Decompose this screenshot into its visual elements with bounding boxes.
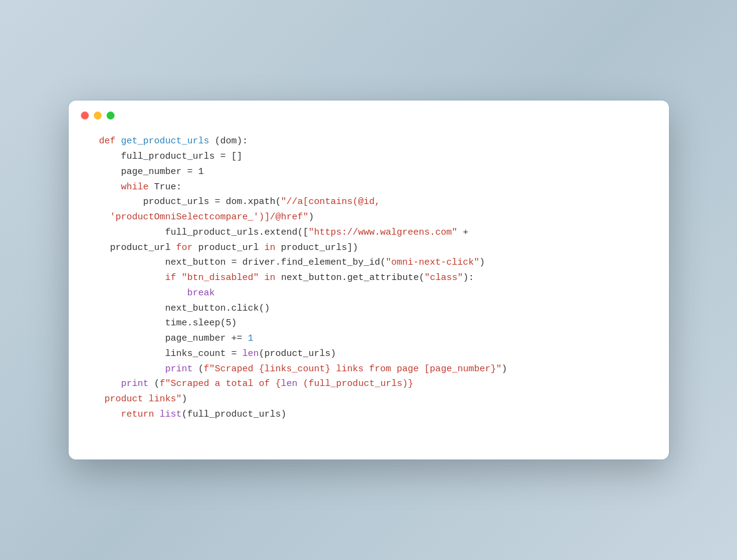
code-line-14: page_number += 1: [99, 331, 638, 347]
code-line-2: full_product_urls = []: [99, 149, 638, 165]
code-line-13: time.sleep(5): [99, 316, 638, 331]
code-line-18: product links"): [99, 392, 638, 407]
code-line-1: def get_product_urls (dom):: [99, 134, 638, 149]
code-line-12: next_button.click(): [99, 301, 638, 317]
code-window: def get_product_urls (dom): full_product…: [69, 100, 669, 459]
close-button[interactable]: [81, 112, 89, 119]
code-line-6: 'productOmniSelectcompare_')]/@href"): [99, 210, 638, 225]
code-line-11: break: [99, 286, 638, 301]
code-line-10: if "btn_disabled" in next_button.get_att…: [99, 271, 638, 286]
code-line-4: while True:: [99, 180, 638, 195]
maximize-button[interactable]: [107, 112, 115, 119]
code-line-9: next_button = driver.find_element_by_id(…: [99, 255, 638, 271]
minimize-button[interactable]: [94, 112, 102, 119]
title-bar: [69, 100, 669, 128]
code-line-15: links_count = len(product_urls): [99, 347, 638, 362]
code-line-8: product_url for product_url in product_u…: [99, 241, 638, 256]
code-line-5: product_urls = dom.xpath("//a[contains(@…: [99, 195, 638, 210]
code-line-16: print (f"Scraped {links_count} links fro…: [99, 362, 638, 377]
code-line-19: return list(full_product_urls): [99, 407, 638, 423]
code-line-17: print (f"Scraped a total of {len (full_p…: [99, 377, 638, 392]
code-line-3: page_number = 1: [99, 165, 638, 180]
code-line-7: full_product_urls.extend(["https://www.w…: [99, 225, 638, 241]
code-editor: def get_product_urls (dom): full_product…: [69, 128, 669, 434]
